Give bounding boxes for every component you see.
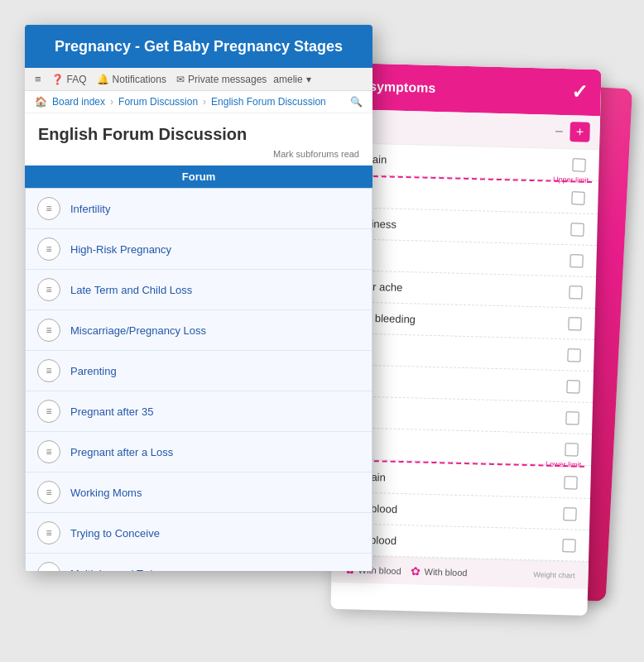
breadcrumb: 🏠 Board index › Forum Discussion › Engli… bbox=[25, 91, 372, 113]
symptom-card-header: d symptoms ✓ bbox=[344, 63, 601, 116]
envelope-icon: ✉ bbox=[176, 74, 185, 85]
symptom-label-12: With blood bbox=[345, 533, 562, 551]
forum-item-icon-5: ≡ bbox=[37, 400, 60, 423]
symptom-label-6: ky bbox=[350, 343, 567, 361]
forum-item-icon-0: ≡ bbox=[37, 197, 60, 220]
minus-icon: − bbox=[555, 122, 564, 140]
symptom-checkbox-5[interactable] bbox=[568, 317, 581, 330]
forum-list-item-0[interactable]: ≡ Infertility bbox=[26, 189, 372, 229]
forum-list-item-7[interactable]: ≡ Working Moms bbox=[26, 473, 372, 513]
search-icon[interactable]: 🔍 bbox=[350, 96, 363, 108]
breadcrumb-sep-1: › bbox=[110, 96, 113, 108]
dropdown-icon: ▾ bbox=[306, 74, 311, 85]
symptom-label-8: sion bbox=[348, 405, 565, 424]
blood-dot-right: ✿ bbox=[411, 564, 421, 578]
symptom-checkbox-1[interactable] bbox=[571, 191, 584, 204]
symptom-label-3: h bbox=[353, 248, 570, 266]
nav-private-messages[interactable]: ✉ Private messages amelie ▾ bbox=[176, 74, 311, 85]
forum-list: ≡ Infertility ≡ High-Risk Pregnancy ≡ La… bbox=[25, 188, 372, 571]
weight-chart-label: Weight chart bbox=[533, 570, 575, 579]
symptom-label-4: ulder ache bbox=[352, 280, 569, 298]
menu-icon[interactable]: ≡ bbox=[35, 73, 41, 85]
breadcrumb-cat[interactable]: Forum Discussion bbox=[118, 96, 198, 108]
forum-list-item-1[interactable]: ≡ High-Risk Pregnancy bbox=[26, 229, 372, 270]
page-title: English Forum Discussion bbox=[25, 113, 372, 147]
forum-item-icon-4: ≡ bbox=[37, 359, 60, 382]
symptom-label-10: ght gain bbox=[347, 470, 564, 488]
forum-item-label-8: Trying to Conceive bbox=[70, 527, 160, 540]
forum-item-icon-8: ≡ bbox=[37, 521, 60, 544]
add-symptom-button[interactable]: + bbox=[570, 122, 590, 142]
symptom-checkbox-7[interactable] bbox=[566, 380, 579, 393]
symptom-label-1: s bbox=[354, 185, 571, 204]
question-icon: ❓ bbox=[51, 74, 64, 85]
forum-header: Pregnancy - Get Baby Pregnancy Stages bbox=[25, 25, 372, 68]
username-label: amelie bbox=[273, 74, 302, 85]
lower-limit-label: Lower limit bbox=[545, 460, 581, 469]
symptom-label-5: tting bleeding bbox=[351, 311, 568, 329]
forum-item-label-9: Multiples and Twins bbox=[70, 568, 164, 572]
forum-card: Pregnancy - Get Baby Pregnancy Stages ≡ … bbox=[25, 25, 372, 571]
symptom-checkbox-6[interactable] bbox=[567, 348, 580, 362]
bell-icon: 🔔 bbox=[97, 74, 109, 85]
forum-list-item-2[interactable]: ≡ Late Term and Child Loss bbox=[26, 270, 372, 310]
forum-navbar: ≡ ❓ FAQ 🔔 Notifications ✉ Private messag… bbox=[25, 68, 372, 91]
forum-item-label-0: Infertility bbox=[70, 203, 110, 215]
forum-item-icon-6: ≡ bbox=[37, 440, 60, 463]
symptom-label-9: ery bbox=[348, 437, 565, 455]
forum-item-icon-7: ≡ bbox=[37, 481, 60, 504]
forum-item-label-3: Miscarriage/Pregnancy Loss bbox=[70, 324, 206, 337]
breadcrumb-home[interactable]: Board index bbox=[52, 96, 105, 108]
symptom-label-11: With blood bbox=[346, 501, 563, 520]
forum-item-label-4: Parenting bbox=[70, 365, 117, 377]
forum-item-icon-3: ≡ bbox=[37, 319, 60, 342]
breadcrumb-sep-2: › bbox=[203, 96, 206, 108]
forum-item-label-2: Late Term and Child Loss bbox=[70, 284, 192, 296]
forum-item-label-1: High-Risk Pregnancy bbox=[70, 243, 171, 256]
breadcrumb-current: English Forum Discussion bbox=[211, 96, 326, 108]
faq-label: FAQ bbox=[67, 74, 87, 85]
private-messages-label: Private messages bbox=[188, 74, 267, 85]
symptom-checkbox-11[interactable] bbox=[563, 507, 576, 520]
check-icon: ✓ bbox=[570, 80, 588, 104]
blood-indicator-right: ✿ With blood bbox=[411, 564, 467, 579]
forum-title: Pregnancy - Get Baby Pregnancy Stages bbox=[55, 38, 343, 55]
upper-limit-label: Upper limit bbox=[553, 175, 589, 185]
nav-faq[interactable]: ❓ FAQ bbox=[51, 74, 87, 85]
symptom-checkbox-8[interactable] bbox=[565, 411, 579, 425]
forum-list-item-6[interactable]: ≡ Pregnant after a Loss bbox=[26, 432, 372, 473]
symptom-label-0: ic pain bbox=[355, 152, 572, 170]
symptom-label-7: ess bbox=[349, 374, 566, 392]
forum-table-header: Forum bbox=[25, 166, 372, 188]
blood-label-right: With blood bbox=[424, 567, 467, 578]
forum-item-label-7: Working Moms bbox=[70, 487, 142, 499]
forum-list-item-8[interactable]: ≡ Trying to Conceive bbox=[26, 513, 372, 554]
forum-item-icon-1: ≡ bbox=[37, 237, 60, 261]
symptom-checkbox-10[interactable] bbox=[564, 476, 577, 489]
nav-notifications[interactable]: 🔔 Notifications bbox=[97, 74, 166, 85]
symptom-checkbox-4[interactable] bbox=[569, 285, 582, 299]
forum-item-label-6: Pregnant after a Loss bbox=[70, 446, 173, 458]
forum-list-item-5[interactable]: ≡ Pregnant after 35 bbox=[26, 391, 372, 432]
symptom-checkbox-12[interactable] bbox=[562, 539, 575, 552]
forum-item-label-5: Pregnant after 35 bbox=[70, 405, 153, 418]
forum-list-item-4[interactable]: ≡ Parenting bbox=[26, 351, 372, 391]
symptom-label-2: easiness bbox=[353, 217, 570, 235]
home-icon: 🏠 bbox=[35, 96, 47, 108]
symptom-checkbox-9[interactable] bbox=[565, 443, 578, 456]
forum-item-icon-9: ≡ bbox=[37, 562, 60, 571]
forum-list-item-9[interactable]: ≡ Multiples and Twins bbox=[26, 554, 372, 571]
notifications-label: Notifications bbox=[113, 74, 166, 85]
symptom-checkbox-3[interactable] bbox=[570, 254, 583, 267]
symptom-checkbox-0[interactable] bbox=[572, 158, 585, 171]
mark-read-link[interactable]: Mark subforums read bbox=[25, 147, 372, 166]
forum-list-item-3[interactable]: ≡ Miscarriage/Pregnancy Loss bbox=[26, 310, 372, 351]
forum-item-icon-2: ≡ bbox=[37, 278, 60, 301]
symptom-checkbox-2[interactable] bbox=[570, 223, 584, 236]
